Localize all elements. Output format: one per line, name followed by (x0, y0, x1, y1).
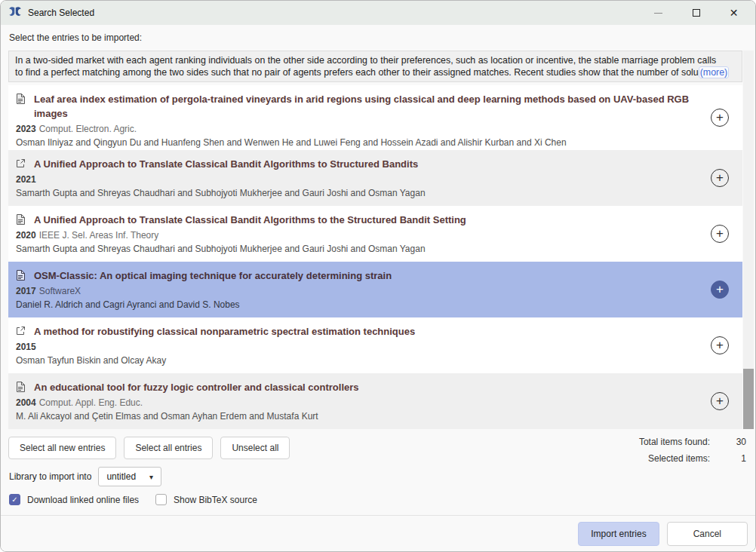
entry-title: OSM-Classic: An optical imaging techniqu… (34, 268, 392, 283)
entry-meta: 2023Comput. Electron. Agric. (16, 122, 699, 136)
add-entry-button[interactable]: + (711, 225, 729, 243)
plus-icon: + (716, 171, 724, 184)
scrollbar-thumb[interactable] (743, 369, 754, 429)
entry-row-6[interactable]: An educational tool for fuzzy logic cont… (8, 373, 742, 429)
minimize-icon (654, 13, 662, 14)
entry-row-5[interactable]: A method for robustifying classical nonp… (8, 317, 742, 373)
show-bibtex-source-checkbox[interactable] (155, 494, 167, 505)
plus-icon: + (716, 111, 724, 124)
search-selected-dialog: Search Selected ✕ Select the entries to … (0, 0, 756, 552)
entry-authors: M. Ali Akcayol and Çetin Elmas and Osman… (16, 409, 699, 423)
abstract-line-1: In a two-sided market with each agent ra… (15, 54, 736, 66)
maximize-icon (693, 9, 700, 17)
total-items-found-value: 30 (730, 437, 746, 447)
chevron-down-icon: ▾ (149, 473, 153, 481)
plus-icon: + (716, 227, 724, 240)
entry-row-4-selected[interactable]: OSM-Classic: An optical imaging techniqu… (8, 262, 742, 317)
options-row: ✓ Download linked online files Show BibT… (9, 494, 257, 505)
entry-row-1[interactable]: Leaf area index estimation of pergola-tr… (8, 85, 742, 150)
entry-year: 2004 (16, 397, 36, 408)
entry-meta: 2017SoftwareX (16, 284, 699, 298)
document-icon (16, 380, 26, 392)
entry-year: 2015 (16, 342, 36, 352)
select-all-new-entries-button[interactable]: Select all new entries (8, 437, 116, 459)
selection-toolbar: Select all new entries Select all entrie… (8, 437, 290, 459)
entry-journal: Comput. Appl. Eng. Educ. (39, 397, 143, 408)
more-link[interactable]: (more) (699, 66, 729, 78)
entry-year: 2021 (16, 174, 36, 185)
check-icon: ✓ (11, 495, 17, 504)
entry-title: A Unified Approach to Translate Classica… (34, 213, 466, 227)
selected-items-value: 1 (730, 453, 746, 464)
footer-bar: Import entries Cancel (1, 515, 755, 551)
entry-meta: 2015 (16, 340, 699, 354)
cancel-button[interactable]: Cancel (667, 522, 748, 546)
titlebar: Search Selected ✕ (1, 1, 755, 25)
entry-title: An educational tool for fuzzy logic cont… (34, 380, 359, 394)
plus-icon: + (716, 394, 724, 407)
minimize-button[interactable] (653, 8, 663, 18)
add-entry-button[interactable]: + (711, 109, 729, 127)
plus-icon: + (716, 339, 724, 351)
entry-year: 2023 (16, 124, 36, 134)
library-select[interactable]: untitled ▾ (98, 467, 161, 486)
entry-authors: Osman Ilniyaz and Qingyun Du and Huanfen… (16, 136, 699, 149)
external-link-icon (16, 157, 26, 168)
entry-meta: 2004Comput. Appl. Eng. Educ. (16, 396, 699, 409)
selected-items-label: Selected items: (648, 453, 710, 464)
entry-journal: SoftwareX (39, 286, 81, 296)
instruction-text: Select the entries to be imported: (9, 32, 142, 43)
entry-title: Leaf area index estimation of pergola-tr… (34, 92, 699, 121)
library-row: Library to import into untitled ▾ (9, 467, 161, 486)
document-icon (16, 268, 26, 281)
document-icon (16, 213, 26, 225)
jabref-logo-icon (8, 6, 22, 20)
entry-authors: Osman Tayfun Biskin and Olcay Akay (16, 354, 699, 367)
total-items-found-label: Total items found: (639, 437, 710, 447)
entry-authors: Daniel R. Aldrich and Cagri Ayranci and … (16, 298, 699, 311)
download-linked-files-checkbox[interactable]: ✓ (9, 494, 20, 505)
entry-meta: 2020IEEE J. Sel. Areas Inf. Theory (16, 228, 699, 242)
entry-journal: IEEE J. Sel. Areas Inf. Theory (39, 230, 159, 241)
entry-list: Leaf area index estimation of pergola-tr… (8, 85, 742, 429)
entry-year: 2020 (16, 230, 36, 241)
entry-meta: 2021 (16, 173, 699, 186)
entry-year: 2017 (16, 286, 36, 296)
entry-authors: Samarth Gupta and Shreyas Chaudhari and … (16, 186, 699, 200)
library-select-value: untitled (106, 471, 136, 482)
entry-title: A Unified Approach to Translate Classica… (34, 157, 418, 171)
show-bibtex-source-option[interactable]: Show BibTeX source (155, 494, 257, 505)
abstract-line-2-text: to find a perfect matching among the two… (15, 67, 699, 78)
abstract-line-2: to find a perfect matching among the two… (15, 66, 736, 78)
list-scrollbar[interactable] (743, 51, 754, 429)
close-button[interactable]: ✕ (729, 8, 739, 18)
add-entry-button[interactable]: + (711, 169, 729, 187)
abstract-preview: In a two-sided market with each agent ra… (8, 51, 742, 82)
totals-panel: Total items found: 30 Selected items: 1 (639, 437, 746, 470)
document-icon (16, 92, 26, 104)
show-bibtex-source-label: Show BibTeX source (174, 495, 257, 505)
add-entry-button[interactable]: + (711, 336, 729, 354)
window-controls: ✕ (653, 8, 748, 18)
add-entry-button[interactable]: + (711, 392, 729, 410)
entry-row-2[interactable]: A Unified Approach to Translate Classica… (8, 150, 742, 206)
import-entries-button[interactable]: Import entries (578, 522, 659, 546)
download-linked-files-label: Download linked online files (27, 495, 139, 505)
close-icon: ✕ (730, 8, 739, 18)
entry-row-3[interactable]: A Unified Approach to Translate Classica… (8, 206, 742, 262)
entry-authors: Samarth Gupta and Shreyas Chaudhari and … (16, 242, 699, 256)
unselect-all-button[interactable]: Unselect all (220, 437, 290, 459)
select-all-entries-button[interactable]: Select all entries (124, 437, 213, 459)
entry-journal: Comput. Electron. Agric. (39, 124, 137, 134)
maximize-button[interactable] (691, 8, 701, 18)
external-link-icon (16, 324, 26, 336)
add-entry-button[interactable]: + (711, 281, 729, 299)
library-to-import-into-label: Library to import into (9, 471, 91, 482)
entry-title: A method for robustifying classical nonp… (34, 324, 415, 339)
download-linked-files-option[interactable]: ✓ Download linked online files (9, 494, 139, 505)
window-title: Search Selected (28, 8, 94, 18)
plus-icon: + (716, 283, 724, 296)
